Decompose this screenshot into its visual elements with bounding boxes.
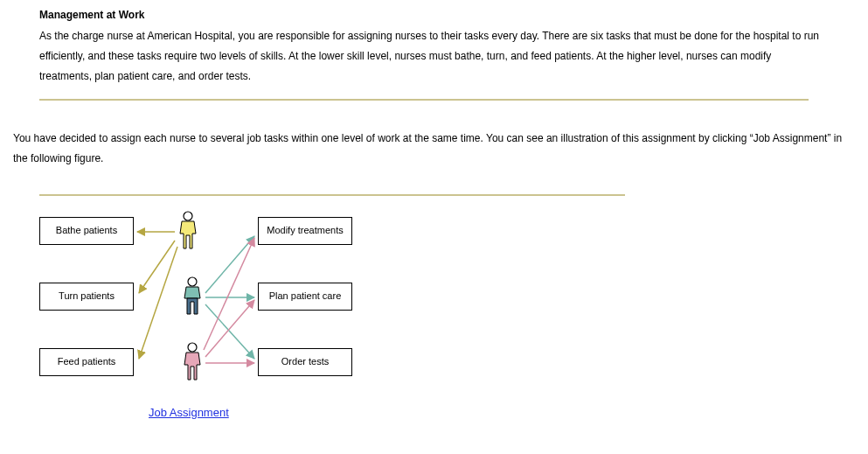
svg-point-11 bbox=[188, 343, 197, 352]
page: Management at Work As the charge nurse a… bbox=[0, 0, 868, 454]
job-assignment-diagram: Bathe patients Turn patients Feed patien… bbox=[39, 210, 625, 437]
svg-line-2 bbox=[139, 247, 177, 359]
task-order-tests: Order tests bbox=[258, 348, 352, 376]
divider-1 bbox=[39, 99, 809, 101]
intro-paragraph: As the charge nurse at American Hospital… bbox=[39, 26, 826, 86]
task-modify-treatments: Modify treatments bbox=[258, 217, 352, 245]
svg-point-9 bbox=[184, 212, 192, 220]
svg-line-3 bbox=[205, 236, 254, 293]
task-plan-patient-care: Plan patient care bbox=[258, 283, 352, 311]
heading: Management at Work bbox=[39, 5, 144, 25]
nurse-teal-icon bbox=[179, 276, 205, 318]
instruction-paragraph: You have decided to assign each nurse to… bbox=[13, 129, 852, 169]
svg-line-1 bbox=[139, 241, 175, 293]
task-turn-patients: Turn patients bbox=[39, 283, 134, 311]
nurse-pink-icon bbox=[179, 341, 205, 383]
svg-line-6 bbox=[204, 238, 254, 350]
job-assignment-link[interactable]: Job Assignment bbox=[149, 402, 229, 424]
task-feed-patients: Feed patients bbox=[39, 348, 134, 376]
task-bathe-patients: Bathe patients bbox=[39, 217, 134, 245]
svg-point-10 bbox=[188, 277, 197, 286]
svg-line-5 bbox=[205, 304, 254, 359]
divider-2 bbox=[39, 194, 625, 196]
nurse-yellow-icon bbox=[175, 210, 201, 252]
